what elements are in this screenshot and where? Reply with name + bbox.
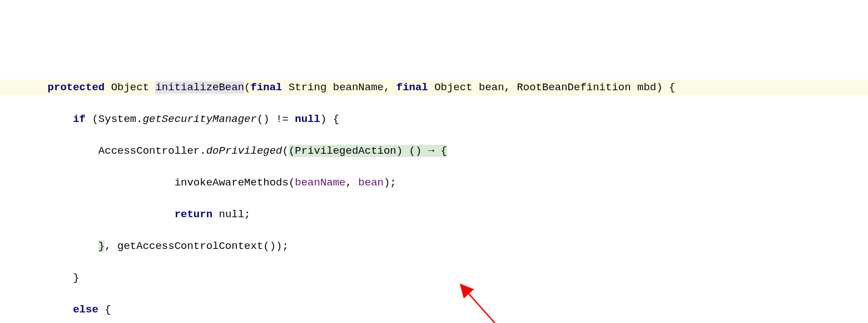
- code-text: , getAccessControlContext());: [105, 240, 289, 252]
- code-line: if (System.getSecurityManager() != null)…: [0, 111, 868, 128]
- code-text: invokeAwareMethods(: [175, 177, 295, 189]
- code-text: );: [384, 177, 396, 189]
- code-line: invokeAwareMethods(beanName, bean);: [0, 175, 868, 191]
- code-text: Object: [105, 81, 155, 94]
- code-line: AccessController.doPrivileged((Privilege…: [0, 143, 868, 159]
- code-text: (: [282, 145, 289, 157]
- indent: [22, 304, 73, 316]
- keyword-else: else: [73, 304, 98, 316]
- param-name: bean: [358, 177, 384, 189]
- keyword-final: final: [396, 81, 428, 94]
- code-text: () !=: [257, 113, 295, 125]
- indent: [22, 208, 175, 221]
- indent: [22, 272, 73, 284]
- keyword-return: return: [175, 208, 212, 221]
- indent: [22, 113, 73, 125]
- indent: [22, 240, 98, 252]
- code-text: null;: [212, 208, 250, 221]
- keyword-if: if: [73, 113, 86, 125]
- lambda-end: }: [98, 240, 105, 252]
- code-text: String beanName,: [282, 81, 396, 94]
- static-method: doPrivileged: [206, 145, 282, 157]
- keyword-null: null: [295, 113, 320, 125]
- code-text: Object bean, RootBeanDefinition mbd) {: [428, 81, 676, 94]
- code-editor[interactable]: protected Object initializeBean(final St…: [0, 63, 868, 323]
- code-text: AccessController.: [98, 145, 206, 157]
- param-name: beanName: [295, 177, 345, 189]
- static-method: getSecurityManager: [143, 113, 257, 125]
- code-line: protected Object initializeBean(final St…: [0, 80, 868, 96]
- code-text: ,: [346, 177, 359, 189]
- code-line: }, getAccessControlContext());: [0, 238, 868, 255]
- code-line: else {: [0, 302, 868, 318]
- indent: [22, 177, 175, 189]
- code-text: }: [73, 272, 79, 284]
- indent: [22, 145, 98, 157]
- code-line: }: [0, 270, 868, 286]
- lambda-expression: (PrivilegedAction) () → {: [289, 145, 447, 157]
- code-line: return null;: [0, 207, 868, 223]
- code-text: {: [98, 304, 111, 316]
- keyword-protected: protected: [48, 81, 105, 94]
- keyword-final: final: [251, 81, 282, 94]
- code-text: (System.: [86, 113, 143, 125]
- method-name-highlight: initializeBean: [155, 81, 244, 94]
- code-text: (: [244, 81, 250, 94]
- code-text: ) {: [320, 113, 339, 125]
